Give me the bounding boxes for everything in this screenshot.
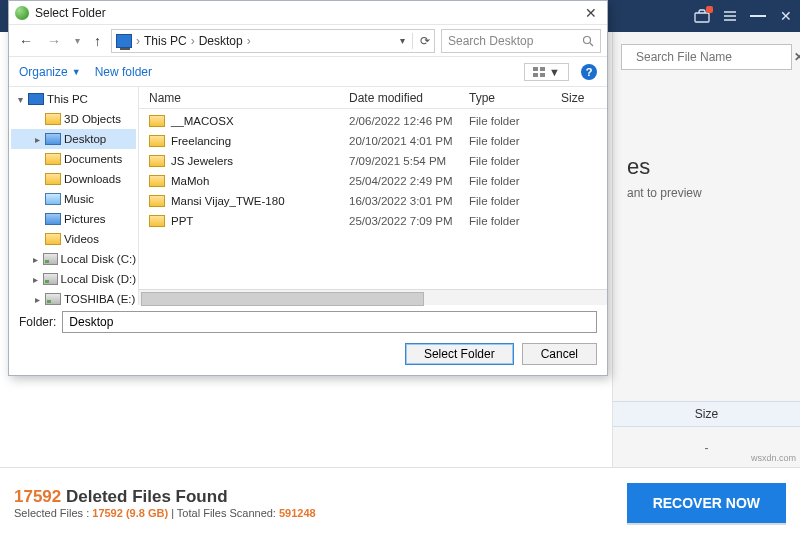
item-date: 7/09/2021 5:54 PM <box>349 155 469 167</box>
tree-item[interactable]: Videos <box>11 229 136 249</box>
window-close-icon[interactable]: ✕ <box>778 8 794 24</box>
dialog-nav-bar: ← → ▾ ↑ › This PC › Desktop › ▾ ⟳ Search… <box>9 25 607 57</box>
cancel-button[interactable]: Cancel <box>522 343 597 365</box>
folder-tree[interactable]: ▾This PC3D Objects▸DesktopDocumentsDownl… <box>9 87 139 305</box>
nav-up-icon[interactable]: ↑ <box>90 33 105 49</box>
col-name[interactable]: Name <box>149 91 349 105</box>
scan-summary: Selected Files : 17592 (9.8 GB) | Total … <box>14 507 316 519</box>
item-type: File folder <box>469 195 561 207</box>
search-file-input[interactable] <box>634 49 788 65</box>
this-pc-icon <box>116 34 132 48</box>
deleted-files-headline: 17592 Deleted Files Found <box>14 487 316 507</box>
list-item[interactable]: JS Jewelers7/09/2021 5:54 PMFile folder <box>139 151 607 171</box>
expander-icon[interactable]: ▸ <box>31 254 40 265</box>
tree-item[interactable]: ▸Local Disk (D:) <box>11 269 136 289</box>
menu-icon[interactable] <box>722 8 738 24</box>
item-type: File folder <box>469 135 561 147</box>
folder-icon <box>149 135 165 147</box>
organize-menu[interactable]: Organize ▼ <box>19 65 81 79</box>
item-name: Mansi Vijay_TWE-180 <box>171 195 285 207</box>
tree-item-label: Pictures <box>64 213 106 225</box>
tree-item[interactable]: ▸Desktop <box>11 129 136 149</box>
select-folder-button[interactable]: Select Folder <box>405 343 514 365</box>
tree-item-label: Local Disk (D:) <box>61 273 136 285</box>
item-name: PPT <box>171 215 193 227</box>
folder-icon <box>45 153 61 165</box>
list-columns[interactable]: Name Date modified Type Size <box>139 87 607 109</box>
dialog-search-box[interactable]: Search Desktop <box>441 29 601 53</box>
expander-icon[interactable]: ▸ <box>31 274 40 285</box>
tree-item[interactable]: 3D Objects <box>11 109 136 129</box>
tree-item[interactable]: ▸TOSHIBA (E:) <box>11 289 136 305</box>
item-type: File folder <box>469 175 561 187</box>
svg-rect-4 <box>540 67 545 71</box>
drive-icon <box>43 273 58 285</box>
tree-item[interactable]: ▸Local Disk (C:) <box>11 249 136 269</box>
item-date: 25/03/2022 7:09 PM <box>349 215 469 227</box>
recover-now-button[interactable]: RECOVER NOW <box>627 483 786 523</box>
crumb-desktop[interactable]: Desktop <box>199 34 243 48</box>
nav-forward-icon[interactable]: → <box>43 33 65 49</box>
tree-item[interactable]: Downloads <box>11 169 136 189</box>
expander-icon[interactable]: ▾ <box>15 94 25 105</box>
list-item[interactable]: __MACOSX2/06/2022 12:46 PMFile folder <box>139 111 607 131</box>
folder-icon <box>149 155 165 167</box>
clear-search-icon[interactable]: ✕ <box>794 50 800 64</box>
dialog-close-icon[interactable]: ✕ <box>581 5 601 21</box>
col-size[interactable]: Size <box>561 91 607 105</box>
svg-rect-5 <box>533 73 538 77</box>
music-icon <box>45 193 61 205</box>
item-date: 20/10/2021 4:01 PM <box>349 135 469 147</box>
address-dropdown-icon[interactable]: ▾ <box>400 35 405 46</box>
item-name: JS Jewelers <box>171 155 233 167</box>
item-type: File folder <box>469 155 561 167</box>
address-bar[interactable]: › This PC › Desktop › ▾ ⟳ <box>111 29 435 53</box>
pc-icon <box>28 93 44 105</box>
folder-name-input[interactable] <box>62 311 597 333</box>
col-date[interactable]: Date modified <box>349 91 469 105</box>
nav-history-icon[interactable]: ▾ <box>71 35 84 46</box>
svg-point-2 <box>584 36 591 43</box>
tree-item[interactable]: ▾This PC <box>11 89 136 109</box>
item-name: __MACOSX <box>171 115 234 127</box>
list-item[interactable]: PPT25/03/2022 7:09 PMFile folder <box>139 211 607 231</box>
tree-item-label: Local Disk (C:) <box>61 253 136 265</box>
tree-item[interactable]: Pictures <box>11 209 136 229</box>
dialog-title-bar[interactable]: Select Folder ✕ <box>9 1 607 25</box>
blue-icon <box>45 133 61 145</box>
toolbox-icon[interactable] <box>694 8 710 24</box>
help-icon[interactable]: ? <box>581 64 597 80</box>
dialog-title: Select Folder <box>35 6 106 20</box>
tree-item-label: Downloads <box>64 173 121 185</box>
drive-icon <box>43 253 58 265</box>
preview-title: es <box>627 154 786 180</box>
tree-item-label: TOSHIBA (E:) <box>64 293 135 305</box>
nav-back-icon[interactable]: ← <box>15 33 37 49</box>
new-folder-button[interactable]: New folder <box>95 65 152 79</box>
expander-icon[interactable]: ▸ <box>32 134 42 145</box>
app-icon <box>15 6 29 20</box>
crumb-this-pc[interactable]: This PC <box>144 34 187 48</box>
search-file-field[interactable]: ✕ <box>621 44 792 70</box>
list-item[interactable]: Freelancing20/10/2021 4:01 PMFile folder <box>139 131 607 151</box>
tree-item-label: Music <box>64 193 94 205</box>
tree-item-label: Documents <box>64 153 122 165</box>
tree-item[interactable]: Music <box>11 189 136 209</box>
window-minimize-icon[interactable] <box>750 8 766 24</box>
expander-icon[interactable]: ▸ <box>32 294 42 305</box>
watermark: wsxdn.com <box>751 453 796 463</box>
size-column-header[interactable]: Size <box>613 401 800 427</box>
tree-item-label: This PC <box>47 93 88 105</box>
item-date: 2/06/2022 12:46 PM <box>349 115 469 127</box>
refresh-icon[interactable]: ⟳ <box>420 34 430 48</box>
item-name: Freelancing <box>171 135 231 147</box>
folder-icon <box>45 173 61 185</box>
view-options-button[interactable]: ▼ <box>524 63 569 81</box>
col-type[interactable]: Type <box>469 91 561 105</box>
svg-rect-6 <box>540 73 545 77</box>
horizontal-scrollbar[interactable] <box>139 289 607 305</box>
search-icon <box>582 35 594 47</box>
tree-item[interactable]: Documents <box>11 149 136 169</box>
list-item[interactable]: Mansi Vijay_TWE-18016/03/2022 3:01 PMFil… <box>139 191 607 211</box>
list-item[interactable]: MaMoh25/04/2022 2:49 PMFile folder <box>139 171 607 191</box>
